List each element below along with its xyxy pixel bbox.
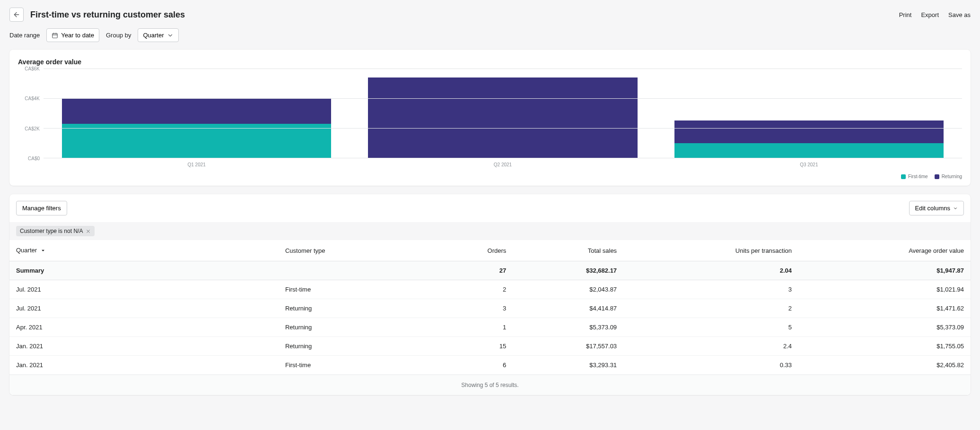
cell-type: First-time [279, 356, 432, 375]
filter-bar: Customer type is not N/A [9, 222, 971, 240]
column-customer-type[interactable]: Customer type [279, 240, 432, 261]
chart-x-axis: Q1 2021Q2 2021Q3 2021 [44, 158, 962, 167]
y-tick: CA$6K [25, 66, 40, 71]
gridline [44, 128, 962, 129]
group-by-value: Quarter [143, 32, 164, 39]
controls-row: Date range Year to date Group by Quarter [0, 22, 980, 50]
save-as-action[interactable]: Save as [948, 11, 971, 18]
cell-total-sales: $3,293.31 [513, 356, 623, 375]
bar-segment-first-time [62, 124, 332, 158]
data-table: Quarter Customer type Orders Total sales… [9, 240, 971, 375]
filter-tag[interactable]: Customer type is not N/A [16, 226, 95, 236]
print-action[interactable]: Print [899, 11, 912, 18]
cell-orders: 15 [432, 337, 513, 356]
group-by-picker[interactable]: Quarter [138, 28, 178, 42]
cell-total-sales: $2,043.87 [513, 280, 623, 299]
arrow-left-icon [13, 11, 20, 18]
back-button[interactable] [9, 8, 24, 22]
cell-aov: $1,021.94 [798, 280, 971, 299]
header-actions: Print Export Save as [899, 11, 971, 18]
y-tick: CA$2K [25, 126, 40, 131]
bar-group [350, 69, 656, 158]
close-icon [86, 229, 91, 234]
bar-stack[interactable] [368, 69, 638, 158]
export-action[interactable]: Export [921, 11, 939, 18]
chart-card: Average order value CA$6KCA$4KCA$2KCA$0 … [9, 50, 971, 186]
column-units-per-transaction[interactable]: Units per transaction [623, 240, 798, 261]
swatch-returning [935, 174, 939, 179]
sort-desc-icon [41, 247, 45, 254]
bar-segment-returning [62, 98, 332, 124]
bar-segment-first-time [674, 143, 944, 158]
cell-total-sales: $32,682.17 [513, 261, 623, 280]
column-average-order-value[interactable]: Average order value [798, 240, 971, 261]
chart-y-axis: CA$6KCA$4KCA$2KCA$0 [18, 69, 44, 158]
swatch-first-time [901, 174, 906, 179]
page-header: First-time vs returning customer sales P… [0, 0, 980, 22]
gridline [44, 69, 962, 69]
x-tick: Q2 2021 [350, 162, 656, 167]
cell-type: Returning [279, 299, 432, 318]
cell-aov: $5,373.09 [798, 318, 971, 337]
cell-orders: 2 [432, 280, 513, 299]
manage-filters-button[interactable]: Manage filters [16, 201, 67, 215]
table-row: Apr. 2021Returning1$5,373.095$5,373.09 [9, 318, 971, 337]
svg-marker-7 [42, 250, 44, 251]
x-tick: Q3 2021 [656, 162, 962, 167]
cell-upt: 5 [623, 318, 798, 337]
calendar-icon [52, 32, 58, 39]
y-tick: CA$4K [25, 96, 40, 101]
cell-total-sales: $17,557.03 [513, 337, 623, 356]
bar-segment-returning [674, 120, 944, 143]
cell-aov: $1,471.62 [798, 299, 971, 318]
cell-type: First-time [279, 280, 432, 299]
chart-legend: First-time Returning [9, 169, 971, 186]
cell-period: Jan. 2021 [9, 337, 279, 356]
cell-total-sales: $4,414.87 [513, 299, 623, 318]
table-row: Jan. 2021Returning15$17,557.032.4$1,755.… [9, 337, 971, 356]
bar-group [44, 69, 350, 158]
cell-upt: 0.33 [623, 356, 798, 375]
cell-period: Summary [9, 261, 279, 280]
column-total-sales[interactable]: Total sales [513, 240, 623, 261]
cell-period: Apr. 2021 [9, 318, 279, 337]
cell-upt: 2.4 [623, 337, 798, 356]
cell-period: Jan. 2021 [9, 356, 279, 375]
bar-stack[interactable] [62, 69, 332, 158]
chart: CA$6KCA$4KCA$2KCA$0 Q1 2021Q2 2021Q3 202… [9, 69, 971, 169]
svg-rect-1 [52, 33, 58, 37]
column-period[interactable]: Quarter [9, 240, 279, 261]
chevron-down-icon [953, 206, 958, 211]
cell-aov: $1,947.87 [798, 261, 971, 280]
cell-orders: 3 [432, 299, 513, 318]
bar-stack[interactable] [674, 69, 944, 158]
chevron-down-icon [167, 32, 174, 39]
legend-first-time: First-time [901, 174, 928, 179]
column-orders[interactable]: Orders [432, 240, 513, 261]
x-tick: Q1 2021 [44, 162, 350, 167]
chart-title: Average order value [18, 58, 962, 66]
y-tick: CA$0 [28, 156, 40, 161]
cell-period: Jul. 2021 [9, 299, 279, 318]
summary-row: Summary27$32,682.172.04$1,947.87 [9, 261, 971, 280]
table-row: Jul. 2021First-time2$2,043.873$1,021.94 [9, 280, 971, 299]
edit-columns-button[interactable]: Edit columns [909, 201, 964, 215]
table-row: Jul. 2021Returning3$4,414.872$1,471.62 [9, 299, 971, 318]
bar-group [656, 69, 962, 158]
table-row: Jan. 2021First-time6$3,293.310.33$2,405.… [9, 356, 971, 375]
chart-plot [44, 69, 962, 158]
cell-orders: 27 [432, 261, 513, 280]
cell-upt: 2.04 [623, 261, 798, 280]
cell-aov: $2,405.82 [798, 356, 971, 375]
date-range-picker[interactable]: Year to date [46, 28, 99, 42]
date-range-label: Date range [9, 32, 40, 39]
legend-returning: Returning [935, 174, 962, 179]
cell-type [279, 261, 432, 280]
table-header-row: Quarter Customer type Orders Total sales… [9, 240, 971, 261]
remove-filter-button[interactable] [86, 229, 91, 234]
date-range-value: Year to date [61, 32, 94, 39]
cell-upt: 3 [623, 280, 798, 299]
cell-total-sales: $5,373.09 [513, 318, 623, 337]
group-by-label: Group by [106, 32, 131, 39]
cell-period: Jul. 2021 [9, 280, 279, 299]
